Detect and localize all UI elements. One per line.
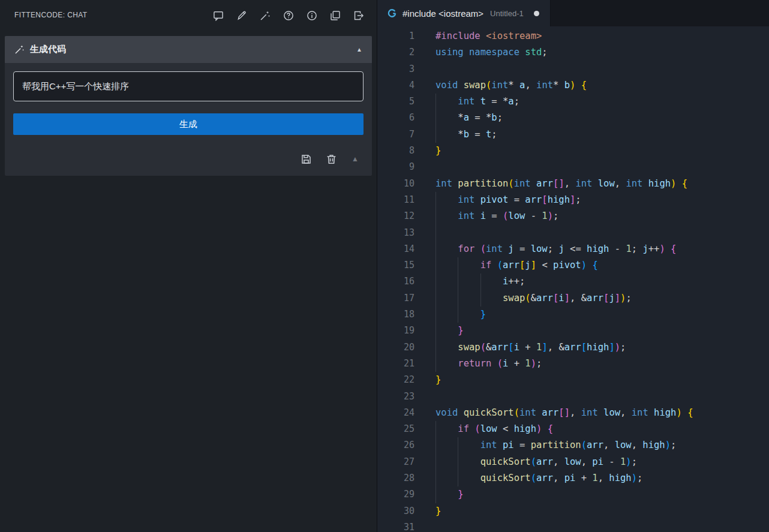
code-text: if (low < high) { (435, 421, 769, 437)
save-icon[interactable] (299, 152, 313, 166)
panel-title: 生成代码 (30, 44, 351, 55)
code-text: quickSort(arr, pi + 1, high); (435, 470, 769, 486)
code-area[interactable]: 1#include <iostream>2using namespace std… (377, 26, 769, 532)
panel-body: 生成 (5, 63, 372, 176)
generate-button[interactable]: 生成 (13, 113, 364, 135)
code-line: 9 (377, 159, 769, 175)
code-line: 14 for (int j = low; j <= high - 1; j++)… (377, 241, 769, 257)
code-line: 13 (377, 225, 769, 241)
code-line: 25 if (low < high) { (377, 421, 769, 437)
code-line: 18 } (377, 306, 769, 323)
indent-guide (480, 290, 481, 306)
windows-icon[interactable] (328, 8, 343, 23)
code-text: *a = *b; (435, 110, 769, 126)
indent-guide (458, 290, 458, 306)
line-number: 30 (377, 503, 414, 519)
code-line: 5 int t = *a; (377, 94, 769, 110)
line-number: 4 (377, 77, 414, 94)
code-line: 17 swap(&arr[i], &arr[j]); (377, 290, 769, 306)
indent-guide (435, 356, 436, 372)
prompt-input[interactable] (13, 71, 364, 101)
code-line: 27 quickSort(arr, low, pi - 1); (377, 454, 769, 470)
line-number: 23 (377, 389, 414, 405)
magic-wand-icon (14, 44, 25, 55)
code-line: 26 int pi = partition(arr, low, high); (377, 437, 769, 453)
code-text: void swap(int* a, int* b) { (435, 77, 769, 94)
line-number: 13 (377, 225, 414, 241)
help-icon[interactable] (281, 8, 296, 23)
code-line: 29 } (377, 486, 769, 503)
line-number: 9 (377, 159, 414, 175)
code-text: swap(&arr[i], &arr[j]); (435, 290, 769, 306)
code-text: int partition(int arr[], int low, int hi… (435, 176, 769, 192)
code-text: } (435, 143, 769, 159)
sidebar-title: FITTENCODE: CHAT (14, 8, 88, 19)
generate-code-panel: 生成代码 ▲ 生成 (5, 36, 372, 176)
line-number: 21 (377, 356, 414, 372)
code-text: return (i + 1); (435, 356, 769, 372)
line-number: 29 (377, 486, 414, 503)
line-number: 24 (377, 405, 414, 421)
code-text: } (435, 486, 769, 503)
code-line: 19 } (377, 323, 769, 339)
indent-guide (458, 470, 458, 486)
info-icon[interactable] (305, 8, 319, 23)
indent-guide (435, 323, 436, 339)
line-number: 22 (377, 372, 414, 388)
code-line: 6 *a = *b; (377, 110, 769, 126)
collapse-panel-icon[interactable]: ▲ (356, 46, 362, 53)
code-line: 20 swap(&arr[i + 1], &arr[high]); (377, 339, 769, 356)
code-line: 10int partition(int arr[], int low, int … (377, 176, 769, 192)
line-number: 25 (377, 421, 414, 437)
code-line: 11 int pivot = arr[high]; (377, 192, 769, 208)
line-number: 26 (377, 437, 414, 453)
magic-wand-icon[interactable] (258, 8, 272, 23)
line-number: 8 (377, 143, 414, 159)
line-number: 20 (377, 339, 414, 356)
line-number: 15 (377, 257, 414, 273)
tab-description: Untitled-1 (490, 9, 524, 18)
editor: #include <iostream> Untitled-1 1#include… (377, 0, 769, 532)
code-text: } (435, 372, 769, 388)
code-line: 8} (377, 143, 769, 159)
indent-guide (435, 110, 436, 126)
line-number: 11 (377, 192, 414, 208)
code-text (435, 159, 769, 175)
comment-icon[interactable] (211, 8, 226, 23)
indent-guide (435, 127, 436, 143)
indent-guide (458, 257, 458, 273)
line-number: 5 (377, 94, 414, 110)
code-line: 21 return (i + 1); (377, 356, 769, 372)
code-text: } (435, 323, 769, 339)
tab-title: #include <iostream> (402, 8, 483, 19)
code-text: #include <iostream> (435, 28, 769, 44)
code-text: using namespace std; (435, 44, 769, 61)
export-icon[interactable] (352, 8, 366, 23)
code-line: 15 if (arr[j] < pivot) { (377, 257, 769, 273)
code-line: 23 (377, 389, 769, 405)
code-line: 7 *b = t; (377, 127, 769, 143)
trash-icon[interactable] (324, 152, 338, 166)
indent-guide (435, 192, 436, 208)
indent-guide (435, 454, 436, 470)
app-window: FITTENCODE: CHAT (0, 0, 769, 532)
code-line: 16 i++; (377, 273, 769, 290)
panel-header[interactable]: 生成代码 ▲ (5, 36, 372, 63)
indent-guide (435, 470, 436, 486)
line-number: 19 (377, 323, 414, 339)
modified-dot-icon[interactable] (534, 11, 539, 16)
code-text: int t = *a; (435, 94, 769, 110)
collapse-results-icon[interactable]: ▲ (349, 153, 361, 165)
indent-guide (435, 486, 436, 503)
code-text: *b = t; (435, 127, 769, 143)
code-line: 4void swap(int* a, int* b) { (377, 77, 769, 94)
code-line: 30} (377, 503, 769, 519)
code-line: 3 (377, 61, 769, 77)
indent-guide (435, 257, 436, 273)
line-number: 7 (377, 127, 414, 143)
indent-guide (435, 306, 436, 323)
indent-guide (435, 94, 436, 110)
code-text (435, 61, 769, 77)
tab-untitled-1[interactable]: #include <iostream> Untitled-1 (377, 0, 551, 26)
edit-icon[interactable] (235, 8, 249, 23)
